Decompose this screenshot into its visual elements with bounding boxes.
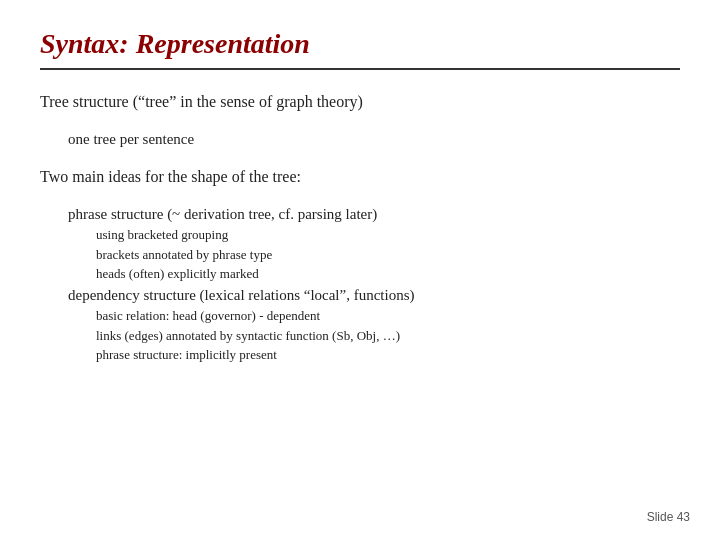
- content-area: Tree structure (“tree” in the sense of g…: [40, 90, 680, 365]
- tree-structure-heading: Tree structure (“tree” in the sense of g…: [40, 93, 363, 110]
- tree-structure-sub1: one tree per sentence: [68, 128, 680, 151]
- section-tree-structure: Tree structure (“tree” in the sense of g…: [40, 90, 680, 114]
- slide-number: Slide 43: [647, 510, 690, 524]
- phrase-structure-item: phrase structure (~ derivation tree, cf.…: [68, 203, 680, 226]
- slide-title: Syntax: Representation: [40, 28, 680, 60]
- dependency-structure-item: dependency structure (lexical relations …: [68, 284, 680, 307]
- basic-relation-item: basic relation: head (governor) - depend…: [96, 306, 680, 326]
- heads-marked-item: heads (often) explicitly marked: [96, 264, 680, 284]
- section-two-main-ideas: Two main ideas for the shape of the tree…: [40, 165, 680, 189]
- bracketed-grouping-item: using bracketed grouping: [96, 225, 680, 245]
- links-edges-item: links (edges) annotated by syntactic fun…: [96, 326, 680, 346]
- two-main-ideas-heading: Two main ideas for the shape of the tree…: [40, 168, 301, 185]
- slide: Syntax: Representation Tree structure (“…: [0, 0, 720, 540]
- title-divider: [40, 68, 680, 70]
- brackets-annotated-item: brackets annotated by phrase type: [96, 245, 680, 265]
- phrase-structure-implicit-item: phrase structure: implicitly present: [96, 345, 680, 365]
